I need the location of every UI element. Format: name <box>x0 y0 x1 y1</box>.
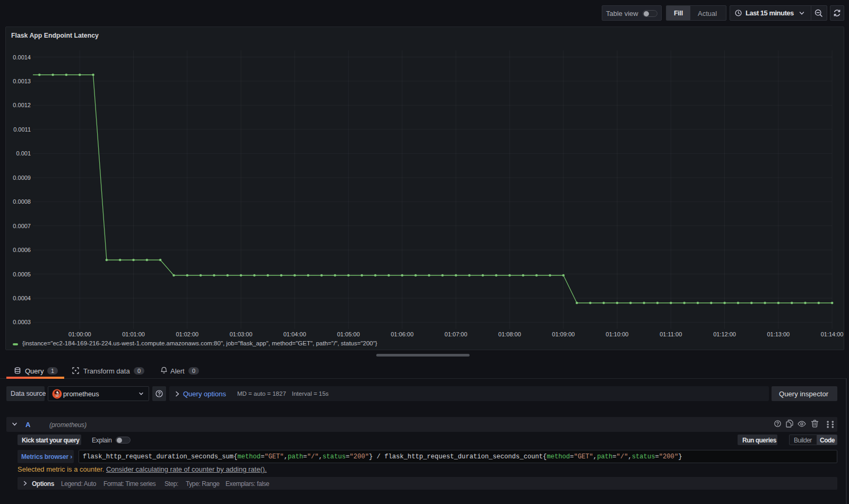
svg-text:0.0013: 0.0013 <box>13 78 31 84</box>
svg-text:0.0008: 0.0008 <box>13 198 31 205</box>
svg-text:01:08:00: 01:08:00 <box>498 331 521 337</box>
svg-text:01:10:00: 01:10:00 <box>606 331 629 337</box>
svg-text:01:06:00: 01:06:00 <box>391 331 414 337</box>
svg-text:01:14:00: 01:14:00 <box>821 331 844 337</box>
svg-text:0.0007: 0.0007 <box>13 223 31 229</box>
svg-text:01:12:00: 01:12:00 <box>713 331 736 337</box>
svg-text:0.0004: 0.0004 <box>13 295 31 301</box>
svg-text:0.0003: 0.0003 <box>13 319 31 325</box>
svg-text:01:03:00: 01:03:00 <box>230 331 253 337</box>
svg-text:01:11:00: 01:11:00 <box>660 331 682 337</box>
svg-text:0.0012: 0.0012 <box>13 102 31 108</box>
svg-text:0.0011: 0.0011 <box>13 126 31 133</box>
svg-text:01:07:00: 01:07:00 <box>445 331 467 337</box>
svg-text:01:04:00: 01:04:00 <box>283 331 306 337</box>
svg-text:0.001: 0.001 <box>16 150 31 157</box>
svg-text:0.0009: 0.0009 <box>13 175 31 181</box>
svg-text:01:00:00: 01:00:00 <box>68 331 91 337</box>
svg-text:01:01:00: 01:01:00 <box>122 331 145 337</box>
svg-text:01:09:00: 01:09:00 <box>552 331 575 337</box>
svg-text:01:02:00: 01:02:00 <box>176 331 198 337</box>
svg-text:01:05:00: 01:05:00 <box>337 331 360 337</box>
svg-text:0.0014: 0.0014 <box>13 54 31 60</box>
svg-text:0.0006: 0.0006 <box>13 247 31 253</box>
svg-text:0.0005: 0.0005 <box>13 271 31 277</box>
svg-text:01:13:00: 01:13:00 <box>767 331 790 337</box>
